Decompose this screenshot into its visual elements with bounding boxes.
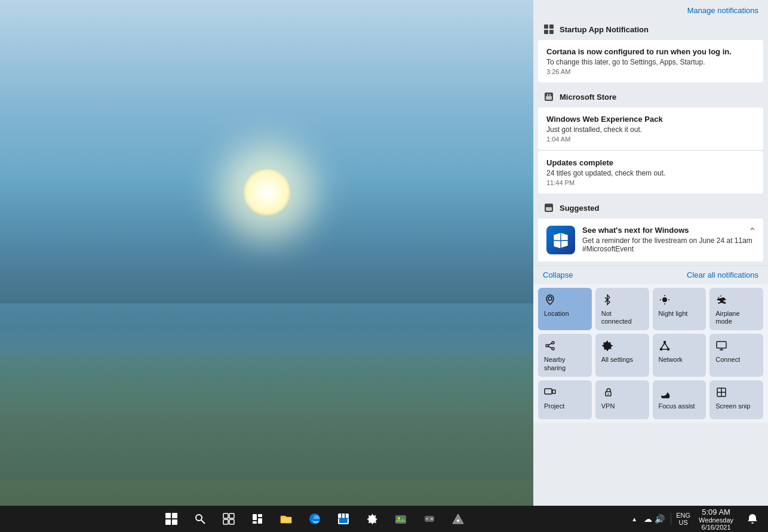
svg-rect-48 — [229, 519, 234, 524]
network-icon — [659, 340, 671, 353]
qs-tile-airplane[interactable]: Airplane mode — [709, 288, 763, 330]
svg-rect-50 — [258, 514, 262, 517]
language-indicator[interactable]: ENG US — [674, 512, 693, 526]
notif-time-updates: 11:44 PM — [546, 179, 755, 186]
settings-taskbar-button[interactable] — [359, 506, 385, 532]
notif-group-title-store: Microsoft Store — [560, 93, 616, 102]
notif-item-cortana[interactable]: Cortana is now configured to run when yo… — [538, 40, 763, 82]
volume-icon[interactable]: 🔊 — [655, 514, 665, 524]
notif-group-header-suggested: Suggested — [533, 197, 768, 217]
qs-tile-vpn[interactable]: VPN — [595, 380, 649, 419]
qs-tile-focus-assist[interactable]: Focus assist — [653, 380, 706, 419]
explorer-button[interactable] — [273, 506, 299, 532]
chevron-up-icon: ⌃ — [748, 226, 756, 237]
svg-point-24 — [667, 349, 669, 350]
windows-next-icon — [546, 226, 575, 254]
suggested-icon — [543, 202, 555, 214]
clock-time: 5:09 AM — [702, 508, 730, 516]
store-button[interactable] — [330, 506, 357, 532]
notif-item-suggested[interactable]: See what's next for Windows Get a remind… — [538, 219, 763, 262]
game1-button[interactable] — [416, 506, 443, 532]
qs-label-all-settings: All settings — [601, 356, 633, 364]
cloud-icon[interactable]: ☁ — [644, 514, 652, 524]
manage-notifications-link[interactable]: Manage notifications — [687, 6, 758, 15]
svg-rect-5 — [546, 96, 552, 100]
all-settings-icon — [601, 340, 613, 353]
qs-label-night-light: Night light — [659, 310, 688, 318]
svg-rect-1 — [549, 24, 554, 29]
tray-separator — [671, 513, 671, 525]
svg-line-26 — [665, 343, 668, 349]
qs-label-screen-snip: Screen snip — [715, 402, 750, 410]
svg-point-23 — [660, 349, 662, 350]
vpn-icon — [601, 386, 613, 400]
svg-rect-41 — [165, 519, 171, 525]
qs-label-location: Location — [544, 310, 569, 318]
svg-line-25 — [661, 343, 665, 349]
svg-rect-28 — [717, 342, 726, 348]
game2-button[interactable] — [445, 506, 471, 532]
qs-tile-bluetooth[interactable]: Not connected — [595, 288, 649, 330]
language-line2: US — [679, 519, 688, 526]
qs-tile-connect[interactable]: Connect — [709, 334, 763, 376]
project-icon — [544, 386, 556, 400]
notif-group-header-startup: Startup App Notification — [533, 19, 768, 39]
qs-tile-project[interactable]: Project — [538, 380, 592, 419]
tray-icons: ☁ 🔊 — [640, 514, 668, 524]
task-view-button[interactable] — [216, 506, 242, 532]
qs-tile-all-settings[interactable]: All settings — [595, 334, 649, 376]
screen-snip-icon — [715, 386, 727, 400]
airplane-icon — [715, 294, 727, 307]
clock[interactable]: 5:09 AM Wednesday 6/16/2021 — [694, 506, 738, 532]
start-button[interactable] — [158, 506, 185, 532]
clock-date-line2: 6/16/2021 — [702, 524, 731, 531]
svg-point-22 — [663, 342, 665, 343]
location-icon — [544, 294, 556, 307]
svg-line-20 — [548, 346, 552, 348]
qs-label-vpn: VPN — [601, 402, 615, 410]
suggested-content: See what's next for Windows Get a remind… — [582, 226, 755, 253]
collapse-button[interactable]: Collapse — [543, 270, 573, 279]
svg-point-11 — [662, 297, 667, 302]
svg-point-16 — [546, 345, 548, 347]
notif-title-cortana: Cortana is now configured to run when yo… — [546, 47, 755, 56]
apps-icon — [543, 23, 555, 35]
notif-time-webexp: 1:04 AM — [546, 136, 755, 143]
suggested-body: Get a reminder for the livestream on Jun… — [582, 236, 755, 253]
qs-tile-network[interactable]: Network — [653, 334, 706, 376]
notif-body-cortana: To change this later, go to Settings, Ap… — [546, 58, 755, 66]
qs-tile-screen-snip[interactable]: Screen snip — [709, 380, 763, 419]
suggested-title: See what's next for Windows — [582, 226, 755, 235]
clear-all-button[interactable]: Clear all notifications — [687, 270, 758, 279]
notif-group-store: Microsoft Store Windows Web Experience P… — [533, 86, 768, 195]
clock-date-line1: Wednesday — [699, 516, 733, 524]
notification-center-button[interactable] — [739, 506, 766, 532]
qs-label-nearby-sharing: Nearby sharing — [544, 356, 586, 371]
svg-rect-52 — [253, 521, 257, 524]
store-icon — [543, 91, 555, 103]
edge-button[interactable] — [302, 506, 328, 532]
search-button[interactable] — [187, 506, 213, 532]
svg-rect-46 — [229, 513, 234, 518]
qs-tile-nearby-sharing[interactable]: Nearby sharing — [538, 334, 592, 376]
notif-item-updates[interactable]: Updates complete 24 titles got updated, … — [538, 151, 763, 193]
notif-group-header-store: Microsoft Store — [533, 86, 768, 106]
quick-settings-grid: Location Not connected Night light — [533, 284, 768, 423]
svg-rect-42 — [172, 519, 177, 525]
qs-label-focus-assist: Focus assist — [659, 402, 695, 410]
gallery-button[interactable] — [388, 506, 414, 532]
notif-item-webexp[interactable]: Windows Web Experience Pack Just got ins… — [538, 107, 763, 150]
notif-title-updates: Updates complete — [546, 158, 755, 167]
svg-rect-51 — [258, 518, 262, 524]
qs-tile-location[interactable]: Location — [538, 288, 592, 330]
svg-rect-47 — [223, 519, 228, 524]
widgets-button[interactable] — [244, 506, 271, 532]
svg-rect-3 — [549, 30, 554, 34]
svg-rect-2 — [544, 30, 548, 34]
desktop-wallpaper — [0, 0, 533, 506]
svg-point-10 — [548, 297, 552, 300]
svg-rect-0 — [544, 24, 548, 29]
qs-tile-night-light[interactable]: Night light — [653, 288, 706, 330]
connect-icon — [715, 340, 727, 353]
system-tray-chevron[interactable]: ▲ — [629, 506, 639, 532]
